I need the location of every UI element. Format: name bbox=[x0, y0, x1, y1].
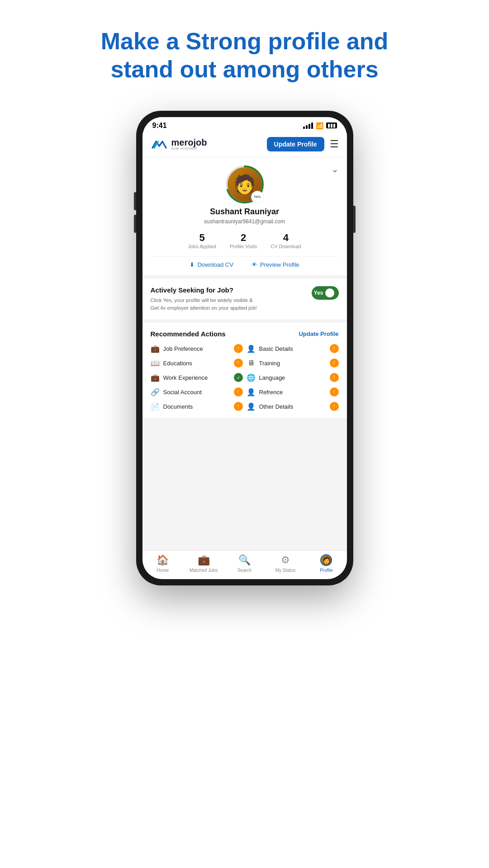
hamburger-icon[interactable]: ☰ bbox=[330, 138, 339, 150]
other-icon: 👤 bbox=[247, 402, 256, 411]
rec-item-social-account[interactable]: 🔗 Social Account ! bbox=[151, 387, 243, 396]
stat-profile-visits: 2 Profile Visits bbox=[230, 232, 257, 249]
profile-name: Sushant Rauniyar bbox=[210, 207, 279, 217]
rec-item-basic-details[interactable]: 👤 Basic Details ! bbox=[247, 344, 339, 353]
rec-item-other-details[interactable]: 👤 Other Details ! bbox=[247, 402, 339, 411]
profile-actions: ⬇ Download CV 👁 Preview Profile bbox=[151, 256, 339, 268]
document-icon: 📄 bbox=[151, 402, 160, 411]
status-dot-educations: ! bbox=[234, 359, 243, 368]
status-dot-social-account: ! bbox=[234, 387, 243, 396]
battery-icon: ▮▮▮ bbox=[326, 123, 337, 128]
monitor-icon: 🖥 bbox=[247, 359, 256, 367]
status-dot-training: ! bbox=[330, 359, 339, 368]
job-seeking-description: Click Yes, your profile will be widely v… bbox=[151, 297, 259, 312]
rec-item-refrence[interactable]: 👤 Refrence ! bbox=[247, 387, 339, 396]
book-icon: 📖 bbox=[151, 359, 160, 368]
nav-matched-jobs[interactable]: 💼 Matched Jobs bbox=[183, 554, 224, 573]
wifi-icon: 📶 bbox=[316, 122, 323, 129]
home-icon: 🏠 bbox=[157, 554, 169, 566]
language-icon: 🌐 bbox=[247, 373, 256, 382]
ref-icon: 👤 bbox=[247, 388, 256, 396]
nav-profile[interactable]: 🧑 Profile bbox=[306, 554, 347, 573]
signal-icon bbox=[303, 123, 313, 129]
stat-jobs-applied: 5 Jobs Applied bbox=[188, 232, 216, 249]
logo: merojob AIM HIGHER bbox=[151, 138, 207, 151]
matched-jobs-icon: 💼 bbox=[198, 554, 210, 566]
status-icons: 📶 ▮▮▮ bbox=[303, 122, 337, 129]
person-icon: 👤 bbox=[247, 344, 256, 353]
download-icon: ⬇ bbox=[190, 261, 195, 268]
job-seeking-card: Actively Seeking for Job? Click Yes, you… bbox=[142, 279, 347, 320]
nav-my-status[interactable]: ⚙ My Status bbox=[265, 554, 306, 573]
header-actions: Update Profile ☰ bbox=[267, 137, 339, 151]
share-icon: 🔗 bbox=[151, 388, 160, 396]
status-dot-refrence: ! bbox=[330, 387, 339, 396]
nav-profile-label: Profile bbox=[320, 568, 332, 573]
nav-search[interactable]: 🔍 Search bbox=[224, 554, 265, 573]
stat-cv-download: 4 CV Download bbox=[271, 232, 301, 249]
rec-item-training[interactable]: 🖥 Training ! bbox=[247, 359, 339, 368]
work-icon: 💼 bbox=[151, 373, 160, 382]
recommended-actions-card: Recommended Actions Update Profile 💼 Job… bbox=[142, 323, 347, 418]
progress-label: 70% bbox=[251, 191, 264, 203]
rec-item-documents[interactable]: 📄 Documents ! bbox=[151, 402, 243, 411]
download-cv-link[interactable]: ⬇ Download CV bbox=[190, 261, 233, 268]
avatar: 🧑 70% bbox=[227, 166, 263, 203]
bottom-nav: 🏠 Home 💼 Matched Jobs 🔍 Search ⚙ My Stat… bbox=[142, 550, 347, 579]
profile-nav-avatar: 🧑 bbox=[320, 554, 332, 566]
phone-mockup: 9:41 📶 ▮▮▮ merojob bbox=[136, 111, 353, 585]
update-profile-button[interactable]: Update Profile bbox=[267, 137, 324, 151]
nav-search-label: Search bbox=[237, 568, 252, 573]
recommended-update-link[interactable]: Update Profile bbox=[299, 330, 338, 337]
page-headline: Make a Strong profile and stand out amon… bbox=[101, 27, 389, 84]
my-status-icon: ⚙ bbox=[281, 554, 290, 566]
status-dot-other-details: ! bbox=[330, 402, 339, 411]
status-dot-job-preference: ! bbox=[234, 344, 243, 353]
app-header: merojob AIM HIGHER Update Profile ☰ bbox=[142, 132, 347, 157]
briefcase-icon: 💼 bbox=[151, 344, 160, 353]
status-dot-documents: ! bbox=[234, 402, 243, 411]
job-seeking-toggle[interactable]: Yes bbox=[312, 286, 339, 300]
rec-item-job-preference[interactable]: 💼 Job Preference ! bbox=[151, 344, 243, 353]
nav-matched-jobs-label: Matched Jobs bbox=[190, 568, 218, 573]
search-icon: 🔍 bbox=[238, 554, 251, 566]
rec-item-work-experience[interactable]: 💼 Work Experience ✓ bbox=[151, 373, 243, 382]
profile-card: ⌄ 🧑 70% Sushant Rauniyar sushantrauniyar bbox=[142, 157, 347, 275]
scroll-content: ⌄ 🧑 70% Sushant Rauniyar sushantrauniyar bbox=[142, 157, 347, 550]
phone-screen: 9:41 📶 ▮▮▮ merojob bbox=[142, 117, 347, 579]
nav-home-label: Home bbox=[157, 568, 169, 573]
nav-my-status-label: My Status bbox=[275, 568, 295, 573]
recommended-grid: 💼 Job Preference ! 👤 Basic Details ! 📖 E… bbox=[151, 344, 339, 411]
eye-icon: 👁 bbox=[252, 261, 257, 268]
preview-profile-link[interactable]: 👁 Preview Profile bbox=[252, 261, 299, 268]
job-seeking-text: Actively Seeking for Job? Click Yes, you… bbox=[151, 286, 259, 312]
job-seeking-content: Actively Seeking for Job? Click Yes, you… bbox=[151, 286, 339, 312]
rec-item-language[interactable]: 🌐 Language ! bbox=[247, 373, 339, 382]
logo-text: merojob AIM HIGHER bbox=[171, 138, 207, 151]
recommended-title: Recommended Actions bbox=[151, 330, 226, 338]
status-bar: 9:41 📶 ▮▮▮ bbox=[142, 117, 347, 132]
toggle-circle bbox=[325, 288, 334, 297]
job-seeking-title: Actively Seeking for Job? bbox=[151, 286, 259, 294]
chevron-down-icon[interactable]: ⌄ bbox=[331, 164, 339, 175]
profile-center: 🧑 70% Sushant Rauniyar sushantrauniyar98… bbox=[151, 166, 339, 268]
stats-row: 5 Jobs Applied 2 Profile Visits 4 CV Dow… bbox=[151, 232, 339, 249]
logo-icon bbox=[151, 138, 168, 151]
status-dot-language: ! bbox=[330, 373, 339, 382]
status-dot-basic-details: ! bbox=[330, 344, 339, 353]
profile-email: sushantrauniyar9841@gmail.com bbox=[204, 218, 285, 225]
nav-home[interactable]: 🏠 Home bbox=[142, 554, 183, 573]
status-dot-work-experience: ✓ bbox=[234, 373, 243, 382]
status-time: 9:41 bbox=[152, 122, 167, 130]
recommended-header: Recommended Actions Update Profile bbox=[151, 330, 339, 338]
rec-item-educations[interactable]: 📖 Educations ! bbox=[151, 359, 243, 368]
